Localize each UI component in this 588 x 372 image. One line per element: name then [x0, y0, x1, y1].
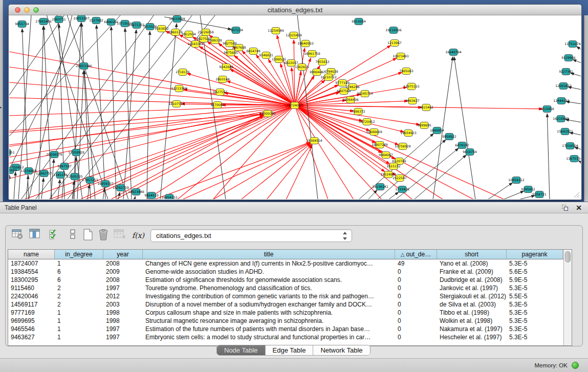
cell-pagerank[interactable]: 5.6E-5 [507, 268, 563, 276]
graph-node[interactable]: 18107554 [168, 101, 185, 107]
graph-node[interactable]: 8215958 [540, 106, 554, 113]
function-builder-button[interactable]: f(x) [132, 229, 145, 243]
network-canvas[interactable]: 1872400791638228960128891293425226058982… [9, 15, 581, 199]
graph-node[interactable]: 9463627 [405, 98, 420, 104]
cell-year[interactable]: 2009 [103, 268, 143, 276]
right-panel-edge[interactable] [584, 15, 588, 202]
graph-node[interactable]: 9055734 [15, 21, 29, 28]
graph-node[interactable]: 7485063 [399, 68, 413, 75]
cell-pagerank[interactable]: 5.3E-5 [507, 259, 563, 268]
graph-node[interactable]: 2803144 [215, 76, 230, 83]
graph-node[interactable]: 19654923 [400, 130, 417, 137]
column-header-title[interactable]: title [143, 250, 395, 259]
graph-node[interactable]: 1733426 [395, 186, 409, 193]
cell-in_degree[interactable]: 1 [55, 317, 103, 325]
cell-name[interactable]: 19384554 [8, 268, 55, 276]
cell-year[interactable]: 2003 [103, 300, 143, 309]
graph-node[interactable]: 19218506 [385, 27, 402, 34]
cell-out_de[interactable]: 0 [395, 333, 437, 341]
memory-ok-indicator[interactable] [572, 362, 579, 369]
cell-short[interactable]: Hescheler et al. (1997) [437, 333, 507, 341]
graph-node[interactable]: 17359928 [68, 149, 84, 156]
cell-out_de[interactable]: 0 [395, 325, 437, 333]
graph-node[interactable]: 16782759 [113, 185, 129, 191]
graph-node[interactable]: 2093711 [52, 16, 66, 23]
column-header-out_de[interactable]: △out_de… [395, 250, 437, 259]
cell-pagerank[interactable]: 5.9E-5 [507, 276, 563, 284]
cell-in_degree[interactable]: 2 [55, 284, 103, 292]
cell-out_de[interactable]: 0 [395, 276, 437, 284]
graph-node[interactable]: 8990446 [310, 69, 324, 76]
table-vertical-scrollbar[interactable] [563, 250, 572, 345]
cell-year[interactable]: 1997 [103, 333, 143, 341]
graph-node[interactable]: 9097587 [57, 163, 72, 170]
graph-node[interactable]: 7955812 [315, 59, 330, 65]
graph-node[interactable]: 9227341 [559, 69, 573, 75]
cell-in_degree[interactable]: 2 [55, 292, 103, 300]
left-splitter[interactable]: ▸ [0, 0, 3, 202]
graph-node[interactable]: 36245714 [357, 91, 373, 97]
tab-edge-table[interactable]: Edge Table [266, 345, 314, 355]
cell-pagerank[interactable]: 5.3E-5 [507, 325, 563, 333]
select-rows-button[interactable] [48, 229, 61, 243]
cell-out_de[interactable]: 0 [395, 317, 437, 325]
table-settings-button[interactable] [11, 229, 24, 243]
graph-node[interactable]: 10756928 [395, 143, 411, 150]
cell-out_de[interactable]: 49 [395, 259, 437, 268]
table-row[interactable]: 1872400712008Changes of HCN gene express… [8, 259, 564, 268]
table-row[interactable]: 1830029562008Estimation of significance … [8, 276, 564, 284]
graph-node[interactable]: 16210649 [553, 116, 569, 122]
cell-out_de[interactable]: 0 [395, 292, 437, 300]
cell-in_degree[interactable]: 1 [55, 333, 103, 341]
graph-node[interactable]: 9924510 [144, 192, 159, 199]
table-row[interactable]: 969969511998Structural magnetic resonanc… [8, 317, 564, 325]
graph-node[interactable]: 9146821 [259, 52, 273, 59]
cell-short[interactable]: Franke et al. (2009) [437, 268, 507, 276]
cell-out_de[interactable]: 0 [395, 284, 437, 292]
graph-node[interactable]: 6479197 [455, 142, 469, 149]
scrollbar-thumb[interactable] [565, 251, 571, 262]
graph-node[interactable]: 6466160 [104, 19, 118, 26]
graph-node[interactable]: 12093832 [555, 83, 572, 90]
cell-name[interactable]: 9465546 [8, 325, 55, 333]
graph-node[interactable]: 8960128 [168, 29, 183, 36]
cell-title[interactable]: Changes of HCN gene expression and I(f) … [143, 259, 395, 268]
cell-out_de[interactable]: 0 [395, 268, 437, 276]
graph-node[interactable]: 2522547 [393, 175, 407, 182]
cell-title[interactable]: Estimation of significance thresholds fo… [143, 276, 395, 284]
graph-node[interactable]: 10688609 [366, 129, 382, 136]
graph-node[interactable]: 9356721 [532, 191, 547, 198]
column-header-pagerank[interactable]: pagerank [507, 250, 563, 259]
graph-node[interactable]: 9129966 [561, 55, 576, 61]
network-window-titlebar[interactable]: citations_edges.txt [9, 5, 581, 15]
delete-table-button[interactable] [97, 229, 110, 243]
table-row[interactable]: 2242004622012Investigating the contribut… [8, 292, 564, 300]
column-header-name[interactable]: name [8, 250, 55, 259]
window-resize-grip[interactable] [573, 191, 580, 198]
cell-short[interactable]: Nakamura et al. (1997) [437, 325, 507, 333]
cell-year[interactable]: 1997 [103, 284, 143, 292]
cell-name[interactable]: 22420046 [8, 292, 55, 300]
graph-node[interactable]: 8958922 [442, 134, 456, 140]
graph-node[interactable]: 8813054 [352, 18, 366, 25]
table-row[interactable]: 946362711997Embryonic stem cells: a mode… [8, 333, 564, 341]
graph-node[interactable]: 10854112 [508, 177, 525, 184]
cell-in_degree[interactable]: 1 [55, 259, 103, 268]
graph-node[interactable]: 10853287 [73, 15, 90, 22]
cell-pagerank[interactable]: 5.3E-5 [507, 333, 563, 341]
graph-node[interactable]: 12923448 [128, 189, 144, 195]
cell-short[interactable]: Stergiakouli et al. (2012) [437, 292, 507, 300]
graph-node[interactable]: 20206576 [46, 151, 62, 158]
cell-short[interactable]: Wolkin et al. (1998) [437, 317, 507, 325]
cell-name[interactable]: 9699695 [8, 317, 55, 325]
graph-node[interactable]: 1615152 [386, 163, 401, 170]
cell-pagerank[interactable]: 5.3E-5 [507, 284, 563, 292]
graph-node[interactable]: 9245652 [521, 186, 535, 193]
graph-node[interactable]: 8186328 [208, 37, 222, 44]
cell-year[interactable]: 1998 [103, 309, 143, 317]
cell-in_degree[interactable]: 1 [55, 309, 103, 317]
cell-title[interactable]: Embryonic stem cells: a model to study s… [143, 333, 395, 341]
graph-node[interactable]: 11156869 [20, 168, 37, 174]
graph-node[interactable]: 14136141 [372, 184, 388, 190]
graph-node[interactable]: 12505135 [67, 173, 83, 180]
